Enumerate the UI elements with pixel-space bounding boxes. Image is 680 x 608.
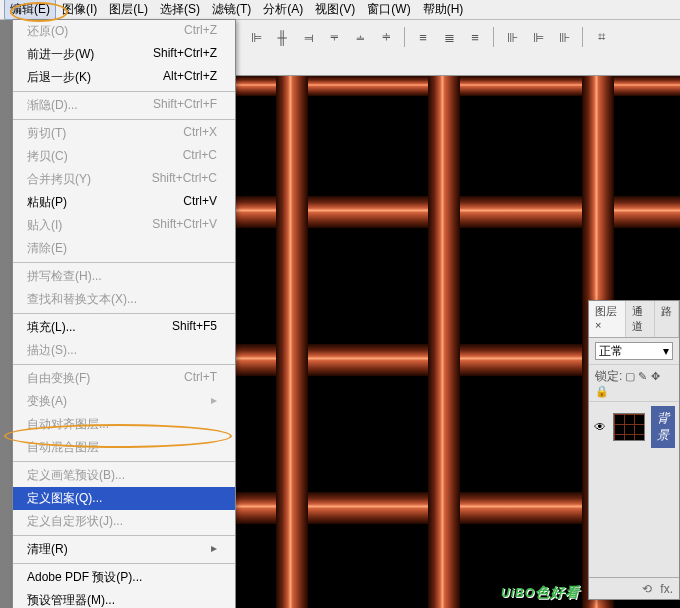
menu-separator [13, 364, 235, 365]
menu-entry[interactable]: 前进一步(W)Shift+Ctrl+Z [13, 43, 235, 66]
menu-entry[interactable]: 定义图案(Q)... [13, 487, 235, 510]
chevron-down-icon: ▾ [663, 344, 669, 358]
menu-entry: 拼写检查(H)... [13, 265, 235, 288]
menu-entry[interactable]: Adobe PDF 预设(P)... [13, 566, 235, 589]
align-icon[interactable]: ⫧ [322, 26, 346, 48]
menu-entry-label: 查找和替换文本(X)... [27, 291, 137, 308]
distribute-icon[interactable]: ≡ [411, 26, 435, 48]
menubar: 编辑(E)图像(I)图层(L)选择(S)滤镜(T)分析(A)视图(V)窗口(W)… [0, 0, 680, 20]
menu-entry-label: 清除(E) [27, 240, 67, 257]
blend-mode-select[interactable]: 正常▾ [595, 342, 673, 360]
menu-entry-shortcut: Shift+Ctrl+C [152, 171, 217, 188]
menu-separator [13, 313, 235, 314]
menu-entry-shortcut: Ctrl+T [184, 370, 217, 387]
menu-entry[interactable]: 清理(R) [13, 538, 235, 561]
menu-item[interactable]: 视图(V) [309, 0, 361, 20]
menu-entry-shortcut: Shift+Ctrl+Z [153, 46, 217, 63]
menu-entry: 剪切(T)Ctrl+X [13, 122, 235, 145]
menu-entry-label: 自由变换(F) [27, 370, 90, 387]
menu-item[interactable]: 选择(S) [154, 0, 206, 20]
align-icon[interactable]: ⫨ [348, 26, 372, 48]
menu-entry: 贴入(I)Shift+Ctrl+V [13, 214, 235, 237]
menu-entry[interactable]: 粘贴(P)Ctrl+V [13, 191, 235, 214]
menu-entry: 自动对齐图层... [13, 413, 235, 436]
menu-item[interactable]: 图像(I) [56, 0, 103, 20]
menu-entry[interactable]: 后退一步(K)Alt+Ctrl+Z [13, 66, 235, 89]
menu-entry: 自动混合图层 [13, 436, 235, 459]
link-icon[interactable]: ⟲ [642, 582, 652, 596]
menu-entry: 清除(E) [13, 237, 235, 260]
menu-entry-shortcut: Shift+Ctrl+V [152, 217, 217, 234]
menu-entry-shortcut: Shift+Ctrl+F [153, 97, 217, 114]
menu-entry-label: 自动混合图层 [27, 439, 99, 456]
menu-entry-label: 还原(O) [27, 23, 68, 40]
menu-entry-label: 后退一步(K) [27, 69, 91, 86]
menu-entry[interactable]: 填充(L)...Shift+F5 [13, 316, 235, 339]
fx-icon[interactable]: fx. [660, 582, 673, 596]
menu-entry-shortcut: Alt+Ctrl+Z [163, 69, 217, 86]
menu-entry: 还原(O)Ctrl+Z [13, 20, 235, 43]
menu-separator [13, 535, 235, 536]
align-icon[interactable]: ⫤ [296, 26, 320, 48]
distribute-icon[interactable]: ≣ [437, 26, 461, 48]
layers-panel: 图层 ×通道路 正常▾ 锁定: ▢ ✎ ✥ 🔒 👁 背景 ⟲ fx. [588, 300, 680, 600]
distribute-icon[interactable]: ⊪ [552, 26, 576, 48]
visibility-icon[interactable]: 👁 [593, 420, 607, 434]
panel-tabs: 图层 ×通道路 [589, 301, 679, 338]
menu-entry-label: 清理(R) [27, 541, 68, 558]
menu-entry-label: 自动对齐图层... [27, 416, 109, 433]
menu-entry-shortcut: Ctrl+C [183, 148, 217, 165]
panel-status-bar: ⟲ fx. [589, 577, 679, 599]
menu-entry-label: 变换(A) [27, 393, 67, 410]
panel-tab[interactable]: 图层 × [589, 301, 626, 337]
panel-tab[interactable]: 路 [655, 301, 679, 337]
menu-entry-shortcut: Shift+F5 [172, 319, 217, 336]
menu-entry: 变换(A) [13, 390, 235, 413]
menu-separator [13, 563, 235, 564]
menu-item[interactable]: 图层(L) [103, 0, 154, 20]
menu-item[interactable]: 分析(A) [257, 0, 309, 20]
menu-entry: 拷贝(C)Ctrl+C [13, 145, 235, 168]
menu-entry: 查找和替换文本(X)... [13, 288, 235, 311]
menu-entry-label: 剪切(T) [27, 125, 66, 142]
menu-entry-label: 拼写检查(H)... [27, 268, 102, 285]
distribute-icon[interactable]: ⌗ [589, 26, 613, 48]
menu-entry-label: 拷贝(C) [27, 148, 68, 165]
menu-item[interactable]: 滤镜(T) [206, 0, 257, 20]
distribute-icon[interactable]: ≡ [463, 26, 487, 48]
watermark: UiBO色好看 [501, 581, 580, 602]
menu-entry-shortcut: Ctrl+Z [184, 23, 217, 40]
menu-separator [13, 119, 235, 120]
menu-item[interactable]: 帮助(H) [417, 0, 470, 20]
menu-entry-label: Adobe PDF 预设(P)... [27, 569, 142, 586]
menu-entry-label: 填充(L)... [27, 319, 76, 336]
options-toolbar: ⊫ ╫ ⫤ ⫧ ⫨ ⫩ ≡ ≣ ≡ ⊪ ⊫ ⊪ ⌗ [236, 20, 680, 76]
menu-separator [13, 91, 235, 92]
menu-entry-label: 定义图案(Q)... [27, 490, 102, 507]
layer-thumbnail[interactable] [613, 413, 645, 441]
menu-item[interactable]: 窗口(W) [361, 0, 416, 20]
layer-row[interactable]: 👁 背景 [589, 402, 679, 452]
menu-entry-label: 预设管理器(M)... [27, 592, 115, 608]
align-icon[interactable]: ⫩ [374, 26, 398, 48]
lock-row: 锁定: ▢ ✎ ✥ 🔒 [589, 364, 679, 402]
menu-item[interactable]: 编辑(E) [4, 0, 56, 20]
menu-entry: 描边(S)... [13, 339, 235, 362]
menu-separator [13, 461, 235, 462]
distribute-icon[interactable]: ⊫ [526, 26, 550, 48]
menu-entry[interactable]: 预设管理器(M)... [13, 589, 235, 608]
distribute-icon[interactable]: ⊪ [500, 26, 524, 48]
menu-entry: 定义自定形状(J)... [13, 510, 235, 533]
align-icon[interactable]: ╫ [270, 26, 294, 48]
align-icon[interactable]: ⊫ [244, 26, 268, 48]
panel-tab[interactable]: 通道 [626, 301, 655, 337]
menu-entry-label: 合并拷贝(Y) [27, 171, 91, 188]
menu-separator [13, 262, 235, 263]
menu-entry-label: 粘贴(P) [27, 194, 67, 211]
menu-entry-label: 渐隐(D)... [27, 97, 78, 114]
menu-entry-label: 定义自定形状(J)... [27, 513, 123, 530]
menu-entry: 自由变换(F)Ctrl+T [13, 367, 235, 390]
menu-entry-shortcut: Ctrl+X [183, 125, 217, 142]
layer-name[interactable]: 背景 [651, 406, 675, 448]
menu-entry-label: 前进一步(W) [27, 46, 94, 63]
